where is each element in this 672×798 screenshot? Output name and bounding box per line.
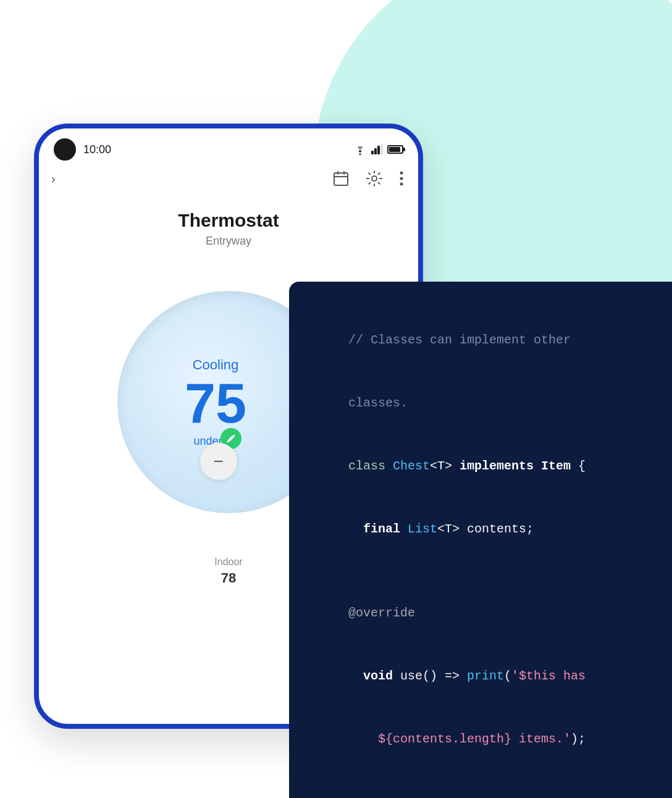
comment-1: // Classes can implement other	[348, 333, 571, 347]
signal-icon	[371, 145, 384, 154]
svg-rect-8	[343, 171, 345, 175]
paren-open: (	[504, 669, 511, 683]
code-line-5: @override	[319, 582, 642, 645]
code-panel: // Classes can implement other classes. …	[289, 282, 672, 798]
svg-rect-1	[371, 151, 374, 154]
device-name: Thermostat	[178, 210, 279, 231]
settings-icon[interactable]	[366, 170, 382, 187]
battery-icon	[387, 145, 403, 154]
code-line-3: class Chest<T> implements Item {	[319, 435, 642, 498]
camera-dot	[54, 138, 76, 161]
string-1: '$this has	[511, 669, 586, 683]
code-line-6: void use() => print('$this has	[319, 645, 642, 708]
svg-rect-3	[377, 146, 380, 154]
print-call: print	[467, 669, 504, 683]
code-line-4: final List<T> contents;	[319, 498, 642, 561]
status-left: 10:00	[54, 138, 111, 161]
implements-keyword: implements	[460, 459, 541, 473]
code-line-2: classes.	[319, 372, 642, 435]
use-method: use() =>	[400, 669, 467, 683]
status-bar: 10:00	[39, 128, 418, 166]
class-keyword: class	[348, 459, 393, 473]
svg-point-12	[400, 183, 403, 186]
indent-1	[348, 522, 363, 536]
code-line-7: ${contents.length} items.');	[319, 708, 642, 771]
calendar-icon[interactable]	[333, 170, 349, 187]
list-type: List	[408, 522, 437, 536]
svg-rect-5	[334, 173, 348, 185]
svg-rect-4	[380, 145, 383, 154]
code-line-blank	[319, 561, 642, 582]
footer-stats: Indoor 78	[190, 538, 267, 605]
svg-rect-2	[374, 148, 377, 154]
svg-point-0	[359, 154, 361, 156]
generic-2: <T>	[437, 522, 467, 536]
comment-2: classes.	[348, 396, 408, 410]
generic-1: <T>	[430, 459, 460, 473]
cooling-label: Cooling	[185, 357, 246, 373]
more-icon[interactable]	[400, 170, 403, 187]
svg-point-9	[372, 176, 377, 181]
svg-rect-7	[337, 171, 338, 175]
decrease-temp-button[interactable]: −	[200, 443, 237, 480]
status-time: 10:00	[83, 143, 111, 156]
indoor-value: 78	[214, 570, 242, 586]
indoor-label: Indoor	[214, 556, 242, 568]
device-location: Entryway	[206, 235, 251, 248]
temperature-display: 75	[185, 376, 246, 431]
paren-close: );	[571, 732, 586, 746]
indoor-stat: Indoor 78	[214, 556, 242, 586]
open-brace: {	[578, 459, 586, 473]
class-name: Chest	[393, 459, 430, 473]
svg-point-10	[400, 172, 403, 175]
leaf-icon	[225, 432, 237, 445]
item-keyword: Item	[541, 459, 578, 473]
contents-field: contents;	[467, 522, 534, 536]
indent-2	[348, 732, 378, 746]
chevron-down-icon[interactable]: ›	[51, 172, 56, 186]
string-2: ${contents.length}	[378, 732, 511, 746]
toolbar-right	[333, 170, 403, 187]
toolbar-left[interactable]: ›	[51, 172, 56, 186]
string-3: items.'	[511, 732, 571, 746]
wifi-icon	[353, 144, 368, 155]
app-toolbar: ›	[39, 166, 418, 191]
override-annotation: @override	[348, 606, 415, 620]
code-line-1: // Classes can implement other	[319, 309, 642, 372]
void-keyword: void	[348, 669, 400, 683]
status-icons	[353, 144, 403, 155]
svg-point-11	[400, 177, 403, 180]
final-keyword: final	[363, 522, 408, 536]
